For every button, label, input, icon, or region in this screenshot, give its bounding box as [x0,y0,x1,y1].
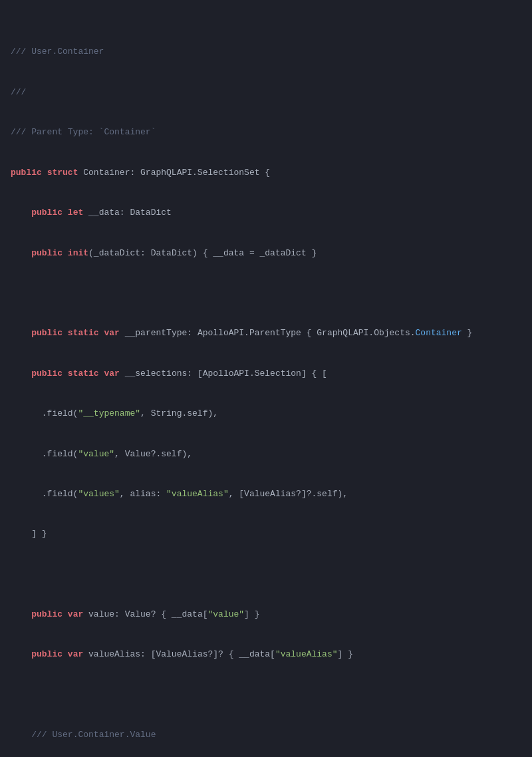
line-9: public static var __selections: [ApolloA… [0,367,532,380]
line-2: /// [0,86,532,99]
line-17 [0,688,532,702]
line-3: /// Parent Type: `Container` [0,126,532,139]
line-1: /// User.Container [0,45,532,59]
line-4: public struct Container: GraphQLAPI.Sele… [0,166,532,180]
line-14 [0,568,532,581]
line-15: public var value: Value? { __data["value… [0,608,532,621]
code-viewer: /// User.Container /// /// Parent Type: … [0,0,532,757]
line-12: .field("values", alias: "valueAlias", [V… [0,488,532,501]
line-5: public let __data: DataDict [0,206,532,220]
line-6: public init(_dataDict: DataDict) { __dat… [0,247,532,260]
line-10: .field("__typename", String.self), [0,407,532,420]
line-7 [0,287,532,300]
line-8: public static var __parentType: ApolloAP… [0,327,532,340]
line-16: public var valueAlias: [ValueAlias?]? { … [0,648,532,661]
line-11: .field("value", Value?.self), [0,448,532,461]
line-13: ] } [0,528,532,541]
line-18: /// User.Container.Value [0,728,532,742]
